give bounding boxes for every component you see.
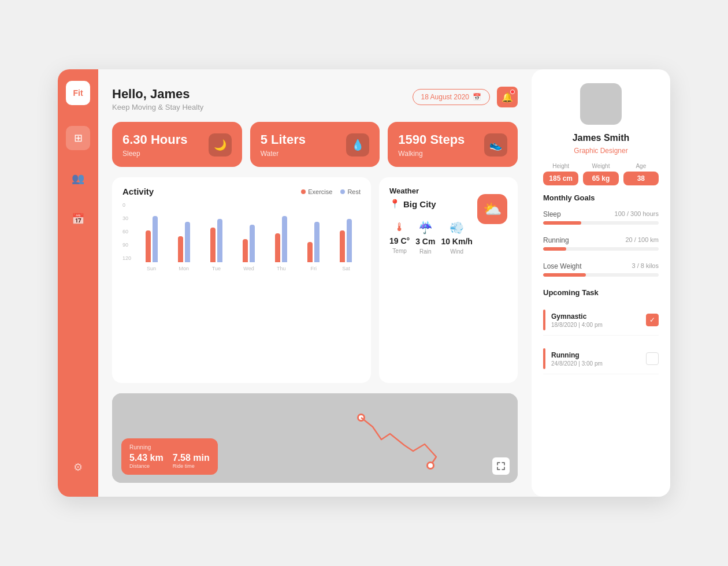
map-info-box: Running 5.43 km Distance 7.58 min Ride t… <box>121 438 218 475</box>
goal-running-values: 20 / 100 km <box>625 236 659 244</box>
water-label: Water <box>261 150 306 158</box>
sleep-label: Sleep <box>122 150 188 158</box>
goal-running: Running 20 / 100 km <box>543 236 659 251</box>
rest-bar <box>282 216 287 262</box>
water-icon: 💧 <box>346 133 369 157</box>
rain-icon: ☔ <box>418 221 433 234</box>
task-gymnastic-name: Gymnastic <box>551 312 640 321</box>
sidebar-nav: ⊞ 👥 📅 <box>66 126 90 455</box>
stat-card-steps: 1590 Steps Walking 👟 <box>388 122 518 167</box>
bar-group-tue: Tue <box>202 204 231 271</box>
weather-card: Weather 📍 Big City ⛅ 🌡 19 C° Temp <box>379 177 518 383</box>
height-stat: Height 185 cm <box>543 163 578 185</box>
stat-card-water: 5 Liters Water 💧 <box>250 122 380 167</box>
bar-day-label: Sat <box>342 266 350 271</box>
task-running: Running 24/8/2020 | 3:00 pm <box>543 344 659 374</box>
middle-row: Activity Exercise Rest 120 90 60 <box>112 177 518 383</box>
task-bar <box>543 310 545 330</box>
thermometer-icon: 🌡 <box>394 221 406 234</box>
rain-label: Rain <box>419 248 432 255</box>
date-text: 18 August 2020 <box>421 93 469 101</box>
bar-group-thu: Thu <box>267 204 296 271</box>
weight-value: 65 kg <box>583 172 618 185</box>
bar-day-label: Fri <box>311 266 317 271</box>
sidebar-item-users[interactable]: 👥 <box>66 166 90 191</box>
bar-group-sun: Sun <box>137 204 166 271</box>
task-gymnastic: Gymnastic 18/8/2020 | 4:00 pm ✓ <box>543 305 659 336</box>
wind-icon: 💨 <box>450 221 464 234</box>
legend-rest: Rest <box>340 188 361 195</box>
bar-group-wed: Wed <box>234 204 263 271</box>
goal-weight: Lose Weight 3 / 8 kilos <box>543 262 659 277</box>
activity-legend: Exercise Rest <box>301 188 361 195</box>
exercise-bar <box>275 233 280 262</box>
right-panel: James Smith Graphic Designer Height 185 … <box>532 69 670 497</box>
task-running-name: Running <box>551 351 640 359</box>
profile-role: Graphic Designer <box>574 147 627 155</box>
bar-day-label: Mon <box>179 266 189 271</box>
bar-day-label: Sun <box>147 266 156 271</box>
stat-card-sleep: 6.30 Hours Sleep 🌙 <box>112 122 242 167</box>
calendar-icon: 📅 <box>72 213 84 225</box>
calendar-icon: 📅 <box>473 93 481 101</box>
activity-title: Activity <box>122 187 154 196</box>
profile-name: James Smith <box>573 133 630 143</box>
app-wrapper: Fit ⊞ 👥 📅 ⚙ Hello, James Keep Moving & S… <box>58 69 670 497</box>
time-value: 7.58 min <box>173 453 210 463</box>
weight-stat: Weight 65 kg <box>583 163 618 185</box>
activity-header: Activity Exercise Rest <box>122 187 361 196</box>
goal-sleep: Sleep 100 / 300 hours <box>543 210 659 225</box>
bar-day-label: Wed <box>243 266 254 271</box>
expand-icon <box>497 462 505 470</box>
sidebar-item-calendar[interactable]: 📅 <box>66 207 90 231</box>
task-running-check[interactable] <box>646 352 659 365</box>
weather-big-icon: ⛅ <box>477 194 507 224</box>
notification-button[interactable]: 🔔 <box>497 87 518 107</box>
legend-exercise: Exercise <box>301 188 332 195</box>
settings-icon: ⚙ <box>73 461 83 474</box>
map-activity-label: Running <box>129 444 210 450</box>
dashboard-icon: ⊞ <box>74 132 83 144</box>
map-card: Running 5.43 km Distance 7.58 min Ride t… <box>112 393 518 483</box>
sidebar: Fit ⊞ 👥 📅 ⚙ <box>58 69 98 497</box>
stat-cards: 6.30 Hours Sleep 🌙 5 Liters Water 💧 1590… <box>112 122 518 167</box>
weather-stats: 🌡 19 C° Temp ☔ 3 Cm Rain 💨 10 Km/h Wind <box>389 221 477 255</box>
city-name: Big City <box>403 199 436 209</box>
sidebar-item-settings[interactable]: ⚙ <box>66 455 90 479</box>
sleep-bar-bg <box>543 221 659 225</box>
date-badge[interactable]: 18 August 2020 📅 <box>413 89 490 105</box>
distance-label: Distance <box>129 463 164 469</box>
app-logo: Fit <box>66 81 90 105</box>
distance-value: 5.43 km <box>129 453 164 463</box>
task-gymnastic-date: 18/8/2020 | 4:00 pm <box>551 322 640 328</box>
sleep-icon: 🌙 <box>209 133 232 157</box>
greeting-subtitle: Keep Moving & Stay Healty <box>112 103 203 111</box>
rain-value: 3 Cm <box>415 237 435 246</box>
weight-bar-fill <box>543 273 586 277</box>
activity-card: Activity Exercise Rest 120 90 60 <box>112 177 371 383</box>
goal-sleep-label: Sleep <box>543 210 561 218</box>
steps-icon: 👟 <box>484 133 507 157</box>
map-time: 7.58 min Ride time <box>173 453 210 469</box>
age-value: 38 <box>623 172 659 185</box>
y-labels: 120 90 60 30 0 <box>122 202 131 271</box>
sidebar-bottom: ⚙ <box>66 455 90 485</box>
running-bar-bg <box>543 247 659 251</box>
sidebar-item-dashboard[interactable]: ⊞ <box>66 126 90 150</box>
svg-point-4 <box>428 463 433 468</box>
bar-group-sat: Sat <box>332 204 361 271</box>
steps-label: Walking <box>398 150 465 158</box>
rest-bar <box>314 222 320 262</box>
map-distance: 5.43 km Distance <box>129 453 164 469</box>
goal-running-label: Running <box>543 236 569 244</box>
chart-bars: SunMonTueWedThuFriSat <box>137 202 361 271</box>
height-label: Height <box>552 163 569 169</box>
exercise-dot <box>301 189 306 194</box>
rest-bar <box>250 225 255 262</box>
temp-label: Temp <box>392 248 406 254</box>
goal-sleep-values: 100 / 300 hours <box>615 210 659 218</box>
task-gymnastic-check[interactable]: ✓ <box>646 314 659 326</box>
weather-temp: 🌡 19 C° Temp <box>389 221 410 255</box>
pin-icon: 📍 <box>389 199 400 209</box>
map-expand-button[interactable] <box>492 457 510 475</box>
